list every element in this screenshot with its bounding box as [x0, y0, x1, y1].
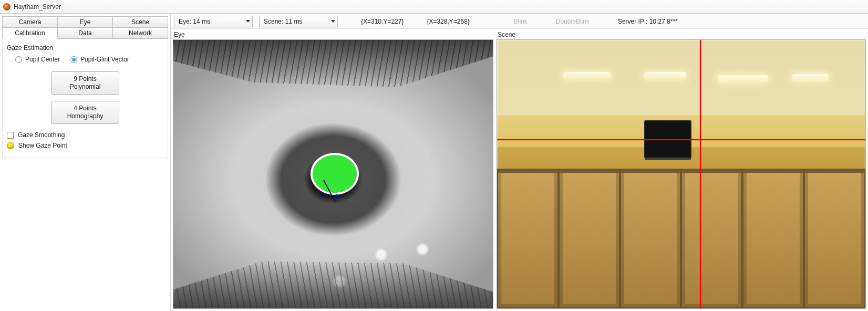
lightbulb-icon	[7, 142, 14, 149]
tab-scene-label: Scene	[131, 18, 149, 26]
tab-calibration-label: Calibration	[15, 29, 45, 37]
server-ip: Server IP : 10.27.8***	[618, 18, 678, 25]
tabs-row-1: Camera Eye Scene	[2, 16, 168, 28]
tab-calibration[interactable]: Calibration	[2, 27, 58, 39]
radio-pupil-glint-circle	[70, 56, 77, 63]
radio-pupil-glint[interactable]: Pupil-Glint Vector	[70, 56, 129, 63]
radio-pupil-glint-label: Pupil-Glint Vector	[80, 56, 129, 63]
left-panel: Camera Eye Scene Calibration Data Networ…	[0, 14, 171, 311]
eye-fps-combo[interactable]: Eye: 14 ms	[174, 16, 253, 27]
chevron-down-icon	[246, 20, 250, 23]
app-icon	[3, 3, 11, 11]
tab-camera-label: Camera	[19, 18, 42, 26]
scene-view: Scene	[497, 30, 866, 309]
tab-eye[interactable]: Eye	[58, 16, 113, 28]
tab-camera[interactable]: Camera	[2, 16, 58, 28]
scene-ceiling-lights	[497, 72, 865, 93]
glint-dot-2	[335, 194, 338, 198]
calibration-panel: Gaze Estimation Pupil Center Pupil-Glint…	[2, 39, 168, 158]
btn-4points-homography[interactable]: 4 Points Homography	[51, 101, 119, 124]
gaze-cross-vertical	[700, 40, 701, 308]
titlebar: Haytham_Server	[0, 0, 868, 14]
scene-view-label: Scene	[498, 31, 866, 38]
btn-4points-label: 4 Points Homography	[67, 105, 104, 120]
gaze-smoothing-label: Gaze Smoothing	[18, 131, 65, 139]
views-container: Eye Scene	[171, 29, 868, 311]
tab-network[interactable]: Network	[113, 27, 168, 39]
glint-dot-1	[322, 193, 326, 196]
window-body: Camera Eye Scene Calibration Data Networ…	[0, 14, 868, 311]
eye-view-label: Eye	[174, 31, 493, 38]
gaze-cross-horizontal	[497, 139, 865, 140]
show-gaze-point-row[interactable]: Show Gaze Point	[7, 142, 163, 149]
tab-eye-label: Eye	[80, 18, 91, 26]
btn-9points-label: 9 Points Polynomial	[70, 75, 101, 91]
gaze-method-radios: Pupil Center Pupil-Glint Vector	[15, 56, 163, 63]
coord-1: {X=310,Y=227}	[361, 18, 404, 25]
btn-9points-polynomial[interactable]: 9 Points Polynomial	[51, 71, 119, 95]
eye-view: Eye	[173, 30, 493, 309]
blink-indicator: Blink	[514, 18, 528, 25]
radio-pupil-center-label: Pupil Center	[25, 56, 60, 63]
eye-fps-value: Eye: 14 ms	[179, 18, 210, 25]
calibration-buttons: 9 Points Polynomial 4 Points Homography	[7, 71, 163, 124]
coord-2: {X=328,Y=258}	[427, 18, 469, 25]
eye-canvas[interactable]	[173, 39, 493, 309]
scene-canvas[interactable]	[497, 39, 866, 309]
right-area: Eye: 14 ms Scene: 11 ms {X=310,Y=227} {X…	[171, 14, 868, 311]
pupil-ring-overlay	[311, 153, 359, 195]
tab-data[interactable]: Data	[58, 27, 113, 39]
tabs-row-2: Calibration Data Network	[2, 27, 168, 39]
radio-pupil-center[interactable]: Pupil Center	[15, 56, 60, 63]
scene-shelves	[497, 169, 865, 308]
gaze-smoothing-row[interactable]: Gaze Smoothing	[7, 131, 163, 139]
scene-fps-value: Scene: 11 ms	[264, 18, 302, 25]
status-toolbar: Eye: 14 ms Scene: 11 ms {X=310,Y=227} {X…	[171, 14, 868, 29]
chevron-down-icon	[331, 20, 335, 23]
scene-fps-combo[interactable]: Scene: 11 ms	[259, 16, 338, 27]
window-title: Haytham_Server	[14, 3, 61, 11]
gaze-smoothing-checkbox[interactable]	[7, 132, 14, 139]
radio-pupil-center-circle	[15, 56, 22, 63]
tab-data-label: Data	[78, 29, 91, 37]
show-gaze-point-label: Show Gaze Point	[18, 142, 67, 149]
tab-network-label: Network	[129, 29, 152, 37]
double-blink-indicator: DoubleBlink	[556, 18, 590, 25]
gaze-estimation-label: Gaze Estimation	[7, 44, 163, 51]
tab-scene[interactable]: Scene	[113, 16, 168, 28]
